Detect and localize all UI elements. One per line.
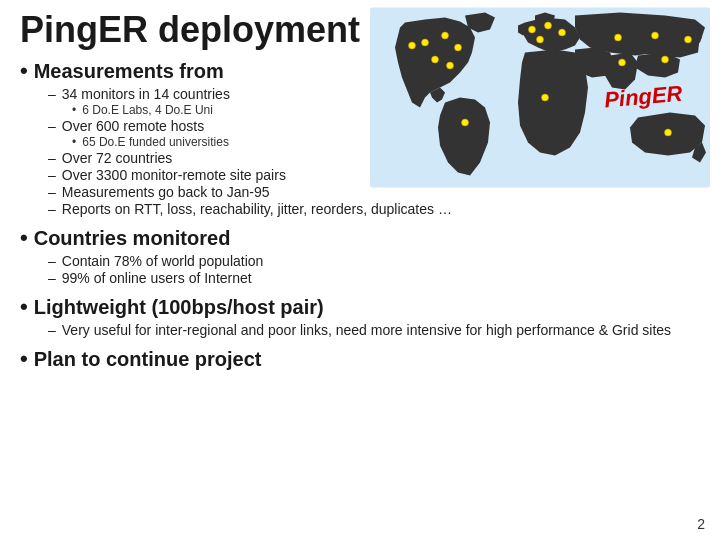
svg-point-5 [409, 42, 416, 49]
bullet-online-users: 99% of online users of Internet [48, 270, 720, 286]
svg-point-14 [619, 59, 626, 66]
map-container: PingER [370, 5, 710, 190]
svg-point-17 [542, 94, 549, 101]
svg-point-12 [652, 32, 659, 39]
bullet-plan: Plan to continue project [20, 346, 440, 372]
slide-number: 2 [697, 516, 705, 532]
svg-point-9 [559, 29, 566, 36]
svg-point-8 [545, 22, 552, 29]
world-map: PingER [370, 5, 710, 190]
svg-point-4 [432, 56, 439, 63]
svg-point-10 [537, 36, 544, 43]
svg-point-6 [447, 62, 454, 69]
slide: PingER deployment [0, 0, 720, 540]
bullet-reports: Reports on RTT, loss, reachability, jitt… [48, 201, 720, 217]
svg-point-7 [529, 26, 536, 33]
svg-point-13 [685, 36, 692, 43]
bullet-useful: Very useful for inter-regional and poor … [48, 322, 720, 338]
svg-point-15 [662, 56, 669, 63]
svg-point-1 [422, 39, 429, 46]
bullet-world-pop: Contain 78% of world population [48, 253, 720, 269]
svg-point-16 [462, 119, 469, 126]
svg-point-18 [665, 129, 672, 136]
bullet-lightweight: Lightweight (100bps/host pair) [20, 294, 440, 320]
svg-point-11 [615, 34, 622, 41]
svg-point-2 [442, 32, 449, 39]
bullet-countries-monitored: Countries monitored [20, 225, 440, 251]
svg-point-3 [455, 44, 462, 51]
